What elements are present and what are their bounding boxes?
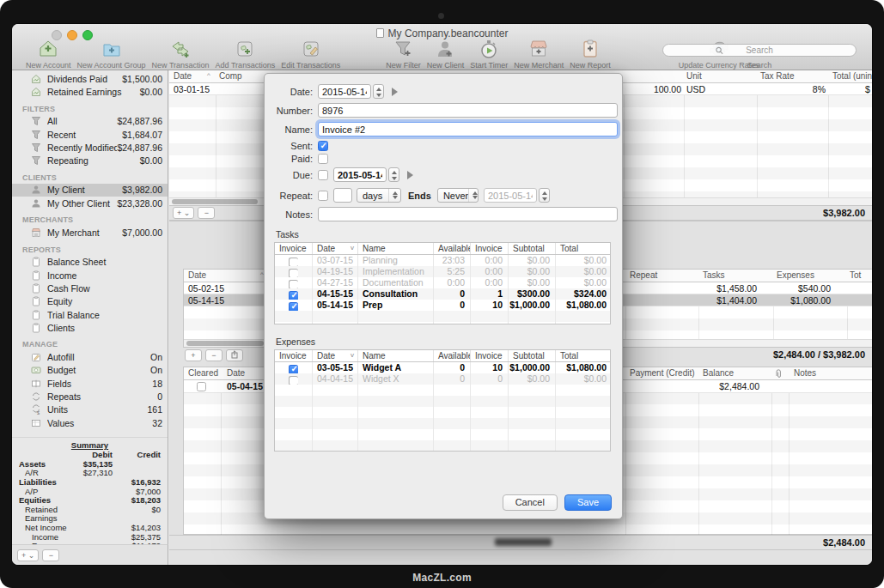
- sent-checkbox[interactable]: [318, 141, 328, 151]
- sidebar-item-repeating[interactable]: Repeating$0.00: [12, 154, 168, 167]
- task-row[interactable]: 03-07-15Planning23:030:00$0.00$0.00: [275, 255, 610, 266]
- camera-dot: [438, 13, 444, 19]
- sidebar-item-recent[interactable]: Recent$1,684.07: [12, 128, 168, 141]
- expense-row[interactable]: 04-04-15Widget X00$0.00$0.00: [275, 373, 610, 385]
- empty-row[interactable]: [275, 385, 610, 396]
- invoice-checkbox[interactable]: [289, 269, 298, 277]
- sidebar-item-units[interactable]: $ Units161: [12, 403, 168, 416]
- ends-date-stepper[interactable]: [539, 188, 550, 203]
- empty-row[interactable]: [275, 440, 610, 452]
- sidebar-item-clients-report[interactable]: Clients: [12, 321, 168, 334]
- add-row-button[interactable]: + ⌄: [173, 207, 194, 219]
- task-row[interactable]: 04-15-15Consultation01$300.00$324.00: [275, 288, 610, 300]
- date-stepper[interactable]: [373, 84, 384, 99]
- tasks-table-header[interactable]: InvoiceDateNameAvailableInvoiceSubtotalT…: [275, 243, 610, 255]
- sidebar-item-fields[interactable]: Fields18: [12, 377, 168, 390]
- document-icon: [376, 28, 384, 38]
- new-filter-button[interactable]: New Filter: [386, 38, 421, 70]
- add-transactions-button[interactable]: Add Transactions: [216, 38, 276, 70]
- sidebar-item-equity[interactable]: Equity: [12, 295, 168, 308]
- empty-row[interactable]: [275, 396, 610, 407]
- report-icon: [31, 257, 43, 267]
- repeat-checkbox[interactable]: [318, 191, 328, 201]
- sidebar-item-my-client[interactable]: My Client$3,982.00: [12, 184, 168, 197]
- new-account-group-button[interactable]: New Account Group: [77, 38, 146, 70]
- scrollbar-thumb[interactable]: [186, 341, 264, 346]
- disclosure-triangle-icon[interactable]: [392, 88, 398, 96]
- sort-asc-indicator: ^: [207, 71, 210, 79]
- sidebar-item-all[interactable]: All$24,887.96: [12, 115, 168, 128]
- save-button[interactable]: Save: [564, 494, 612, 511]
- search-input[interactable]: [662, 44, 857, 57]
- expense-row[interactable]: 03-05-15Widget A010$1,000.00$1,080.00: [275, 362, 610, 373]
- sidebar-item-my-other-client[interactable]: My Other Client$23,328.00: [12, 197, 168, 209]
- notes-field[interactable]: [318, 207, 618, 221]
- name-row: Name:: [265, 122, 622, 136]
- sidebar-item-autofill[interactable]: AutofillOn: [12, 350, 168, 363]
- repeat-unit-popup[interactable]: days: [357, 188, 401, 203]
- task-row[interactable]: 04-19-15Implementation5:250:00$0.00$0.00: [275, 266, 610, 277]
- due-date-field[interactable]: [333, 167, 387, 182]
- paid-checkbox[interactable]: [318, 154, 328, 164]
- sidebar-item-cash-flow[interactable]: Cash Flow: [12, 282, 168, 294]
- name-field[interactable]: [318, 122, 618, 136]
- svg-text:$: $: [37, 410, 40, 415]
- sidebar-item-income[interactable]: Income: [12, 269, 168, 282]
- sidebar-section-clients: CLIENTS: [12, 172, 168, 184]
- sidebar-item-balance-sheet[interactable]: Balance Sheet: [12, 256, 168, 269]
- empty-row[interactable]: [275, 322, 610, 324]
- units-icon: $: [31, 404, 43, 415]
- export-invoice-button[interactable]: [226, 349, 243, 361]
- number-field[interactable]: [318, 103, 618, 118]
- due-checkbox[interactable]: [318, 170, 328, 180]
- new-report-button[interactable]: New Report: [570, 38, 611, 70]
- invoice-checkbox[interactable]: [289, 258, 298, 266]
- date-field[interactable]: [318, 84, 371, 99]
- tasks-group-label: Tasks: [276, 229, 622, 239]
- edit-transactions-button[interactable]: Edit Transactions: [281, 38, 340, 70]
- sidebar-item-budget[interactable]: BudgetOn: [12, 364, 168, 377]
- box-pencil-icon: [301, 38, 321, 60]
- empty-row[interactable]: [275, 311, 610, 322]
- sidebar-item-recently-modified[interactable]: Recently Modified$24,887.96: [12, 141, 168, 154]
- new-merchant-button[interactable]: New Merchant: [514, 38, 564, 70]
- sidebar-item-repeats[interactable]: Repeats0: [12, 390, 168, 403]
- scrollbar-thumb[interactable]: [172, 199, 258, 204]
- sidebar-item-retained-earnings[interactable]: Retained Earnings$0.00: [12, 85, 168, 98]
- cancel-button[interactable]: Cancel: [503, 494, 558, 511]
- remove-invoice-button[interactable]: −: [205, 349, 223, 361]
- invoice-dialog: Date: Number: Name: Sent: Paid: Due:: [264, 73, 623, 519]
- empty-row[interactable]: [275, 418, 610, 429]
- remove-row-button[interactable]: −: [198, 207, 215, 219]
- store-plus-icon: [528, 38, 549, 60]
- empty-row[interactable]: [275, 407, 610, 418]
- expenses-group-label: Expenses: [276, 336, 622, 347]
- new-transaction-button[interactable]: New Transaction: [152, 38, 210, 70]
- remove-item-button[interactable]: −: [42, 549, 59, 561]
- disclosure-triangle-icon[interactable]: [407, 171, 413, 179]
- ends-date-field[interactable]: [484, 188, 537, 203]
- new-account-button[interactable]: New Account: [26, 38, 71, 70]
- sidebar-section-reports: REPORTS: [12, 244, 168, 256]
- invoice-checkbox[interactable]: [289, 365, 298, 373]
- sidebar-item-my-merchant[interactable]: My Merchant$7,000.00: [12, 226, 168, 239]
- invoice-checkbox[interactable]: [289, 280, 298, 288]
- expenses-table-header[interactable]: InvoiceDateNameAvailableInvoiceSubtotalT…: [275, 350, 610, 362]
- sidebar-item-values[interactable]: Values32: [12, 416, 168, 429]
- folder-plus-icon: [101, 38, 122, 60]
- sidebar-item-dividends-paid[interactable]: Dividends Paid$1,500.00: [12, 72, 168, 85]
- sidebar-item-trial-balance[interactable]: Trial Balance: [12, 308, 168, 321]
- start-timer-button[interactable]: Start Timer: [470, 38, 508, 70]
- add-item-button[interactable]: + ⌄: [17, 549, 39, 561]
- task-row[interactable]: 04-27-15Documentation0:000:00$0.00$0.00: [275, 277, 610, 288]
- ends-popup[interactable]: Never: [437, 188, 479, 203]
- new-client-button[interactable]: New Client: [427, 38, 465, 70]
- add-invoice-button[interactable]: +: [185, 349, 202, 361]
- empty-row[interactable]: [275, 429, 610, 440]
- invoice-checkbox[interactable]: [289, 376, 298, 385]
- invoice-checkbox[interactable]: [289, 302, 298, 311]
- due-date-stepper[interactable]: [388, 167, 399, 182]
- invoice-checkbox[interactable]: [289, 291, 298, 300]
- task-row[interactable]: 05-14-15Prep010$1,000.00$1,080.00: [275, 300, 610, 311]
- repeat-count-field[interactable]: [333, 188, 352, 203]
